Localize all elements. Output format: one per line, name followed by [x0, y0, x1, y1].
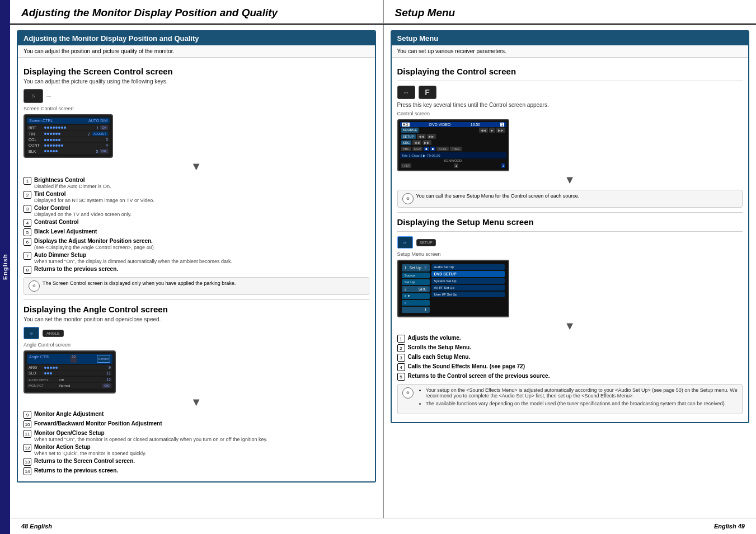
angle-screen-label: Angle Control screen [24, 342, 369, 348]
setup-menu-list: 1 Adjusts the volume. 2 Scrolls the Setu… [397, 335, 743, 381]
setup-menu-buttons: ⟳ SETUP [397, 236, 743, 249]
left-page-header: Adjusting the Monitor Display Position a… [10, 0, 383, 25]
list-item: 7 Auto Dimmer Setup When turned "On", th… [24, 252, 369, 264]
note-text: The Screen Control screen is displayed o… [43, 280, 236, 286]
list-item: 11 Monitor Open/Close Setup When turned … [24, 430, 369, 442]
list-item: 4 Calls the Sound Effects Menu. (see pag… [397, 363, 743, 371]
list-item: 13 Returns to the Screen Control screen. [24, 458, 369, 466]
screen-control-label: Screen Control screen [24, 106, 369, 111]
screen-control-desc: You can adjust the picture quality using… [24, 78, 369, 85]
list-item: 8 Returns to the previous screen. [24, 266, 369, 274]
setup-label-btn: SETUP [416, 239, 436, 246]
setup-note-item-1: Your setup on the <Sound Effects Menu> i… [426, 387, 738, 399]
control-screen-label: Control screen [397, 111, 743, 116]
list-item: 9 Monitor Angle Adjustment [24, 411, 369, 419]
right-section-box: Setup Menu You can set up various receiv… [391, 30, 750, 423]
angle-control-image: Angle CTRL 10 Screen ANG [24, 350, 116, 394]
angle-control-title: Displaying the Angle Control screen [24, 305, 369, 314]
list-item: 1 Adjusts the volume. [397, 335, 743, 343]
control-screen-note: ⊙ You can call the same Setup Menu for t… [397, 190, 743, 208]
btn-s-icon: S [24, 89, 43, 103]
note-icon-2: ⊙ [402, 193, 414, 204]
setup-menu-screen-image: 1 Set Up 2 Source Set Up 3 SRC [397, 260, 509, 317]
left-box-subtitle: You can adjust the position and picture … [18, 45, 375, 58]
control-screen-buttons: ▪▪▪ F [397, 86, 743, 99]
control-note-text: You can call the same Setup Menu for the… [416, 193, 580, 199]
screen-control-image: Screen CTRL AUTO DIM BRT [24, 114, 113, 158]
angle-control-list: 9 Monitor Angle Adjustment 10 Forward/Ba… [24, 411, 369, 475]
control-btn-f: F [419, 86, 436, 99]
setup-menu-screen-label: Setup Menu screen [397, 251, 743, 257]
note-icon-3: ⊙ [402, 387, 414, 399]
list-item: 4 Contrast Control [24, 219, 369, 227]
note-icon: ⊙ [29, 280, 40, 292]
setup-btn-icon: ⟳ [397, 236, 413, 249]
list-item: 6 Displays the Adjust Monitor Position s… [24, 238, 369, 250]
dvd-screen-arrow: ▼ [397, 174, 743, 186]
screen-control-arrow: ▼ [24, 160, 369, 173]
list-item: 10 Forward/Backward Monitor Position Adj… [24, 420, 369, 428]
dvd-control-screen: HD DVD VIDEO 13:50 1 SOURCE ◀◀ ▶ ▶▶ [397, 119, 509, 171]
page-footer: 48 English English 49 [10, 518, 756, 534]
left-section-box: Adjusting the Monitor Display Position a… [17, 30, 376, 483]
left-box-title: Adjusting the Monitor Display Position a… [18, 31, 375, 45]
right-box-subtitle: You can set up various receiver paramete… [392, 45, 749, 58]
angle-label-btn: ANGLE [43, 330, 64, 337]
screen-control-list: 1 Brightness Control Disabled if the Aut… [24, 177, 369, 274]
footer-right: English 49 [714, 523, 745, 530]
setup-note-item-2: The available functions vary depending o… [426, 401, 738, 406]
list-item: 5 Returns to the Control screen of the p… [397, 373, 743, 381]
right-page-title: Setup Menu [395, 7, 745, 19]
screen-control-note: ⊙ The Screen Control screen is displayed… [24, 277, 369, 295]
control-press-note: Press this key several times until the C… [397, 102, 743, 108]
list-item: 1 Brightness Control Disabled if the Aut… [24, 177, 369, 189]
setup-menu-title: Displaying the Setup Menu screen [397, 217, 743, 227]
side-label: English [0, 0, 10, 534]
control-btn-left: ▪▪▪ [397, 86, 415, 99]
control-screen-title: Displaying the Control screen [397, 67, 743, 76]
angle-control-desc: You can set the monitor position and ope… [24, 316, 369, 322]
setup-note-list: Your setup on the <Sound Effects Menu> i… [416, 387, 738, 409]
setup-note-box: ⊙ Your setup on the <Sound Effects Menu>… [397, 384, 743, 414]
angle-btn-icon: ⟳ [24, 327, 39, 339]
setup-screen-arrow: ▼ [397, 320, 743, 332]
left-page-title: Adjusting the Monitor Display Position a… [21, 7, 372, 19]
list-item: 2 Tint Control Displayed for an NTSC sys… [24, 191, 369, 203]
right-box-title: Setup Menu [392, 31, 749, 45]
list-item: 2 Scrolls the Setup Menu. [397, 344, 743, 352]
list-item: 3 Calls each Setup Menu. [397, 354, 743, 362]
screen-control-buttons: S — [24, 89, 369, 103]
list-item: 5 Black Level Adjustment [24, 228, 369, 236]
screen-control-title: Displaying the Screen Control screen [24, 67, 369, 76]
footer-left: 48 English [21, 523, 52, 530]
angle-control-buttons: ⟳ ANGLE [24, 327, 369, 339]
list-item: 3 Color Control Displayed on the TV and … [24, 205, 369, 217]
right-page-header: Setup Menu [383, 0, 757, 25]
list-item: 12 Monitor Action Setup When set to 'Qui… [24, 444, 369, 456]
list-item: 14 Returns to the previous screen. [24, 467, 369, 475]
angle-control-arrow: ▼ [24, 396, 369, 409]
